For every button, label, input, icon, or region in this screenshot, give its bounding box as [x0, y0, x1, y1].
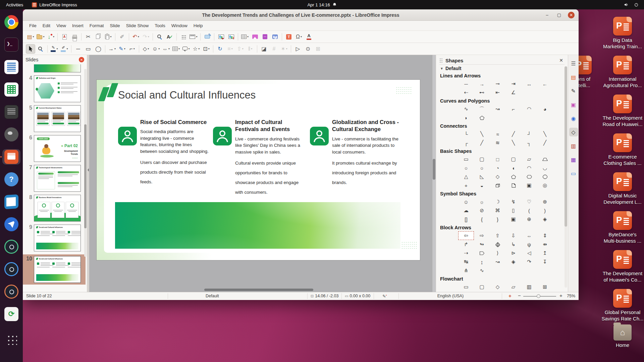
menu-window[interactable]: Window	[168, 22, 191, 29]
shape-circle-pie-icon[interactable]: ◔	[490, 164, 505, 172]
shape-process-icon[interactable]: ▭	[458, 283, 474, 291]
column-paragraph[interactable]: Live - commerce during festivals like Si…	[235, 136, 304, 155]
fit-slide-icon[interactable]: +	[508, 293, 512, 299]
shape-heart-icon[interactable]: ♡	[521, 197, 537, 206]
shape-freeform-filled-icon[interactable]: ◗	[458, 113, 474, 122]
menu-edit[interactable]: Edit	[40, 22, 53, 29]
green-gradient-image[interactable]	[115, 202, 400, 249]
new-document-button[interactable]: ▤▾	[26, 32, 35, 42]
column-paragraph[interactable]: Users can discover and purchase products…	[140, 158, 209, 187]
clone-formatting-button[interactable]: ✐	[117, 32, 127, 42]
redo-dropdown-icon[interactable]: ▾	[148, 35, 149, 38]
column-paragraph[interactable]: Social media platforms are integrating l…	[140, 128, 209, 155]
menu-file[interactable]: File	[26, 22, 40, 29]
export-pdf-button[interactable]	[60, 32, 69, 42]
spelling-button[interactable]	[165, 32, 174, 42]
shape-right-arrow-callout-icon[interactable]: ⊳	[505, 249, 521, 257]
slide-canvas-area[interactable]: Social and Cultural Influences Rise of S…	[89, 55, 432, 292]
shape-square-icon[interactable]: □	[490, 155, 505, 164]
slide-page[interactable]: Social and Cultural Influences Rise of S…	[97, 80, 420, 260]
shape-sun-icon[interactable]: ☼	[474, 197, 490, 206]
points-button[interactable]: ▷	[293, 44, 303, 54]
new-document-dropdown-icon[interactable]: ▾	[33, 35, 34, 38]
shape-connector-curved-icon[interactable]: ≈	[490, 130, 505, 138]
insert-line-button[interactable]: ─	[73, 44, 83, 54]
shape-connector-straight-6-icon[interactable]: ╱	[537, 138, 553, 147]
status-layout[interactable]: Default	[206, 294, 219, 298]
shape-octagon-bevel-icon[interactable]: ⊕	[521, 215, 537, 224]
arrange-dropdown-icon[interactable]: ▾	[242, 47, 244, 50]
shape-arrow-both-icon[interactable]: ↔	[521, 79, 537, 88]
shape-l-arrow-icon[interactable]: ↳	[505, 240, 521, 249]
shape-connector-curved-2-icon[interactable]: ≋	[490, 138, 505, 147]
dock-item-ide-1[interactable]	[2, 239, 20, 254]
shape-cube-icon[interactable]	[490, 181, 505, 190]
shape-prohibited-icon[interactable]: ⊘	[474, 206, 490, 215]
dock-item-help[interactable]	[2, 172, 20, 187]
shape-arrow-left-icon[interactable]: ←	[537, 79, 553, 88]
basic-shapes-button[interactable]: ◇▾	[141, 44, 151, 54]
shape-folded-corner-icon[interactable]	[505, 181, 521, 190]
zoom-and-pan-button[interactable]	[36, 44, 45, 54]
dock-item-terminal[interactable]	[2, 37, 20, 52]
shape-connector-straight-5-icon[interactable]: ╲	[505, 138, 521, 147]
shape-frame-icon[interactable]: ▣	[521, 181, 537, 190]
3d-objects-dropdown-icon[interactable]: ▾	[208, 47, 210, 50]
shape-dimension-line-icon[interactable]: ⇤	[490, 88, 505, 97]
clock[interactable]: Apr 1 14:16	[307, 2, 330, 7]
rectangle-button[interactable]: ▭	[84, 44, 93, 54]
shape-up-down-arrow-icon[interactable]: ⇕	[537, 231, 553, 240]
shape-bezier-filled-icon[interactable]: ◕	[537, 105, 553, 113]
column-heading[interactable]: Globalization and Cross - Cultural Excha…	[332, 119, 401, 133]
shape-hexagon-icon[interactable]	[521, 172, 537, 181]
shape-arrow-square-end-icon[interactable]: ⇥	[505, 79, 521, 88]
shape-left-bracket-icon[interactable]: (	[521, 206, 537, 215]
shape-puzzle-icon[interactable]: ⌘	[490, 206, 505, 215]
dock-item-calc[interactable]	[2, 82, 20, 97]
sidebar-tab-shapes[interactable]: ◇	[569, 128, 578, 136]
shape-arrow-right-icon[interactable]: →	[474, 79, 490, 88]
slide-thumbnail-8[interactable]: Business Model Innovations	[34, 195, 81, 222]
slide-column-3[interactable]: Globalization and Cross - Cultural Excha…	[310, 119, 408, 188]
shape-up-arrow-callout-icon[interactable]: ↥	[537, 249, 553, 257]
slide-thumbnail-row-8[interactable]: 8Business Model Innovations	[23, 195, 84, 222]
insert-chart-button[interactable]	[270, 32, 280, 42]
start-from-first-slide-button[interactable]	[216, 32, 226, 42]
desktop-file-icon[interactable]: PByteDance'sMulti-business ...	[597, 211, 644, 244]
image-filter-dropdown-icon[interactable]: ▾	[286, 47, 287, 50]
shape-octagon-icon[interactable]	[537, 172, 553, 181]
desktop-file-icon[interactable]: PE-commerceClothing Sales ...	[597, 133, 644, 167]
sidebar-tab-slide-transition[interactable]: ▥	[569, 141, 578, 150]
shape-connector-straight-3-icon[interactable]: ╲	[537, 130, 553, 138]
desktop-file-icon[interactable]: PGlobal PersonalSavings Rate Ch...	[597, 289, 644, 322]
shape-ellipse-icon[interactable]: ○	[458, 164, 474, 172]
slides-panel-close-icon[interactable]: ✕	[79, 57, 84, 62]
shape-moon-icon[interactable]: ☽	[490, 197, 505, 206]
slide-thumbnail-row-9[interactable]: 9Social and Cultural Influences	[23, 225, 84, 251]
sidebar-tab-styles[interactable]: ✎	[569, 86, 578, 95]
sidebar-tab-animation[interactable]: ▦	[569, 155, 578, 164]
shape-connector-bent-icon[interactable]: └	[458, 130, 474, 138]
shape-bent-arrow-icon[interactable]: ↬	[474, 240, 490, 249]
shape-cross-icon[interactable]: +	[458, 181, 474, 190]
slide-thumbnail-3[interactable]	[34, 64, 81, 72]
stars-and-banners-button[interactable]: ☆▾	[192, 44, 201, 54]
shape-thin-arrow-left-icon[interactable]: ⇠	[458, 88, 474, 97]
connectors-button[interactable]: ⌐▾	[127, 44, 137, 54]
shape-diamond-icon[interactable]: ◇	[490, 172, 505, 181]
shape-arc-icon[interactable]: ◠	[521, 164, 537, 172]
shape-connector-straight-icon[interactable]: ╲	[474, 130, 490, 138]
slide-thumbnail-row-4[interactable]: 4Definition and Origin	[23, 75, 84, 102]
shape-freeform-curve-icon[interactable]: ∿	[458, 105, 474, 113]
shape-freeform-icon[interactable]: ↝	[490, 105, 505, 113]
shapes-panel-scrollbar[interactable]	[565, 66, 567, 288]
slide-thumbnail-row-10[interactable]: 10Social and Cultural Influences	[23, 254, 86, 285]
column-heading[interactable]: Impact of Cultural Festivals and Events	[235, 119, 304, 133]
minimize-button[interactable]: –	[544, 12, 550, 18]
column-heading[interactable]: Rise of Social Commerce	[140, 119, 209, 126]
slide-title-textbox[interactable]: Social and Cultural Influences	[118, 89, 256, 101]
shape-polygon-45-icon[interactable]: ⌐	[505, 105, 521, 113]
close-button[interactable]: ✕	[568, 12, 575, 18]
slide-thumbnail-5[interactable]: Current Development Status	[34, 105, 81, 132]
shape-right-brace-icon[interactable]: }	[490, 215, 505, 224]
